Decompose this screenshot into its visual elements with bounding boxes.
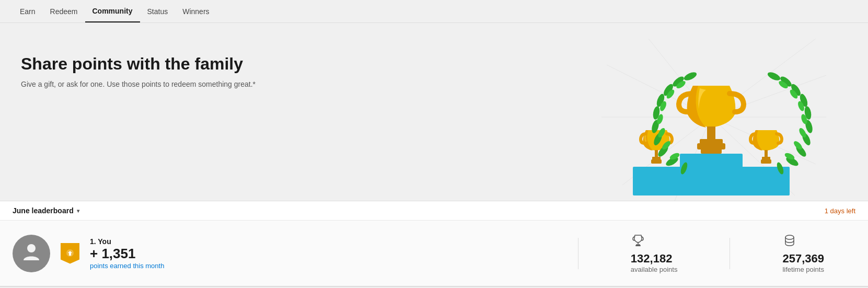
hero-subtitle: Give a gift, or ask for one. Use those p… xyxy=(21,80,334,88)
leaderboard-header: June leaderboard ▾ 1 days left xyxy=(0,201,868,221)
svg-rect-17 xyxy=(655,150,658,157)
stat-divider-2 xyxy=(730,238,730,269)
svg-rect-11 xyxy=(633,167,682,195)
svg-rect-19 xyxy=(651,159,662,164)
nav-bar: Earn Redeem Community Status Winners xyxy=(0,0,868,23)
coins-icon xyxy=(782,233,797,250)
svg-point-57 xyxy=(27,244,36,252)
leaderboard-title: June leaderboard xyxy=(13,206,74,215)
hero-section: Share points with the family Give a gift… xyxy=(0,23,868,201)
nav-item-winners[interactable]: Winners xyxy=(175,1,216,22)
svg-point-32 xyxy=(683,71,698,82)
chevron-down-icon: ▾ xyxy=(77,208,79,214)
svg-rect-10 xyxy=(680,154,743,195)
user-rank-name: 1. You xyxy=(90,237,557,246)
lifetime-points-label: lifetime points xyxy=(782,266,824,273)
available-points-label: available points xyxy=(631,266,678,273)
avatar xyxy=(13,235,50,272)
trophy-illustration xyxy=(596,33,826,201)
hero-title: Share points with the family xyxy=(21,54,334,74)
svg-rect-13 xyxy=(707,126,715,140)
hero-text: Share points with the family Give a gift… xyxy=(21,54,334,88)
stat-divider-1 xyxy=(578,238,578,269)
nav-item-redeem[interactable]: Redeem xyxy=(43,1,85,22)
user-points-earned: + 1,351 xyxy=(90,246,557,262)
leaderboard-section: June leaderboard ▾ 1 days left 1. You xyxy=(0,201,868,286)
bottom-divider xyxy=(0,286,868,287)
user-leaderboard-row: 1. You + 1,351 points earned this month … xyxy=(0,221,868,286)
svg-rect-16 xyxy=(701,148,722,154)
lifetime-points-block: 257,369 lifetime points xyxy=(751,233,855,273)
svg-rect-20 xyxy=(765,150,768,157)
days-left-badge: 1 days left xyxy=(825,207,855,215)
nav-item-community[interactable]: Community xyxy=(85,1,140,22)
user-points-block: 1. You + 1,351 points earned this month xyxy=(90,237,557,270)
points-text: points xyxy=(90,262,108,270)
lifetime-points-number: 257,369 xyxy=(782,252,824,266)
svg-point-62 xyxy=(785,235,794,239)
medal-badge xyxy=(61,243,79,264)
available-points-block: 132,182 available points xyxy=(599,233,709,273)
leaderboard-title-button[interactable]: June leaderboard ▾ xyxy=(13,206,79,215)
user-icon xyxy=(21,241,41,266)
svg-rect-22 xyxy=(761,159,771,164)
available-points-number: 132,182 xyxy=(631,252,673,266)
nav-item-status[interactable]: Status xyxy=(140,1,176,22)
points-suffix: earned this month xyxy=(108,262,165,270)
svg-point-49 xyxy=(767,71,782,82)
user-points-label: points earned this month xyxy=(90,262,557,270)
nav-item-earn[interactable]: Earn xyxy=(13,1,43,22)
trophy-icon xyxy=(631,233,645,250)
